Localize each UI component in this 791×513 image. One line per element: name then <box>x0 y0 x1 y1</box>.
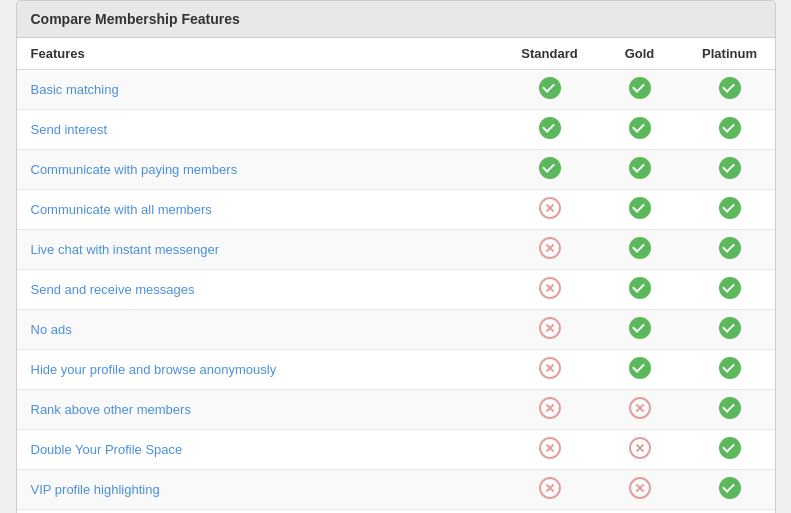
gold-cell <box>595 350 685 390</box>
platinum-cell <box>685 270 775 310</box>
cross-icon <box>629 437 651 459</box>
standard-cell <box>505 350 595 390</box>
feature-label: Double Your Profile Space <box>17 430 505 470</box>
feature-label: Exclusive search features <box>17 510 505 514</box>
standard-cell <box>505 230 595 270</box>
table-row: VIP profile highlighting <box>17 470 775 510</box>
check-icon <box>719 277 741 299</box>
feature-label: VIP profile highlighting <box>17 470 505 510</box>
table-row: Live chat with instant messenger <box>17 230 775 270</box>
feature-label: Communicate with paying members <box>17 150 505 190</box>
cross-icon <box>539 397 561 419</box>
table-header-row: Features Standard Gold Platinum <box>17 38 775 70</box>
feature-label: Hide your profile and browse anonymously <box>17 350 505 390</box>
platinum-cell <box>685 70 775 110</box>
check-icon <box>719 197 741 219</box>
feature-label: No ads <box>17 310 505 350</box>
platinum-cell <box>685 190 775 230</box>
feature-label: Send and receive messages <box>17 270 505 310</box>
gold-cell <box>595 310 685 350</box>
check-icon <box>629 117 651 139</box>
cross-icon <box>539 317 561 339</box>
table-row: Communicate with all members <box>17 190 775 230</box>
cross-icon <box>539 277 561 299</box>
feature-label: Rank above other members <box>17 390 505 430</box>
table-row: Send and receive messages <box>17 270 775 310</box>
platinum-cell <box>685 150 775 190</box>
platinum-cell <box>685 510 775 514</box>
check-icon <box>719 117 741 139</box>
check-icon <box>629 197 651 219</box>
check-icon <box>539 117 561 139</box>
gold-cell <box>595 510 685 514</box>
col-header-gold: Gold <box>595 38 685 70</box>
cross-icon <box>629 477 651 499</box>
platinum-cell <box>685 230 775 270</box>
table-row: Double Your Profile Space <box>17 430 775 470</box>
col-header-standard: Standard <box>505 38 595 70</box>
feature-label: Send interest <box>17 110 505 150</box>
check-icon <box>719 237 741 259</box>
gold-cell <box>595 230 685 270</box>
check-icon <box>719 437 741 459</box>
check-icon <box>629 277 651 299</box>
check-icon <box>629 357 651 379</box>
col-header-platinum: Platinum <box>685 38 775 70</box>
table-row: Basic matching <box>17 70 775 110</box>
check-icon <box>629 237 651 259</box>
standard-cell <box>505 270 595 310</box>
check-icon <box>719 317 741 339</box>
standard-cell <box>505 470 595 510</box>
check-icon <box>539 77 561 99</box>
platinum-cell <box>685 310 775 350</box>
gold-cell <box>595 270 685 310</box>
check-icon <box>629 317 651 339</box>
membership-comparison-table: Compare Membership Features Features Sta… <box>16 0 776 513</box>
cross-icon <box>539 197 561 219</box>
cross-icon <box>629 397 651 419</box>
platinum-cell <box>685 110 775 150</box>
platinum-cell <box>685 350 775 390</box>
standard-cell <box>505 190 595 230</box>
table-row: Send interest <box>17 110 775 150</box>
gold-cell <box>595 390 685 430</box>
gold-cell <box>595 110 685 150</box>
table-title: Compare Membership Features <box>17 1 775 38</box>
check-icon <box>719 157 741 179</box>
standard-cell <box>505 390 595 430</box>
standard-cell <box>505 310 595 350</box>
gold-cell <box>595 70 685 110</box>
cross-icon <box>539 437 561 459</box>
check-icon <box>539 157 561 179</box>
table-row: Rank above other members <box>17 390 775 430</box>
gold-cell <box>595 190 685 230</box>
standard-cell <box>505 70 595 110</box>
platinum-cell <box>685 470 775 510</box>
standard-cell <box>505 110 595 150</box>
standard-cell <box>505 150 595 190</box>
cross-icon <box>539 237 561 259</box>
check-icon <box>719 477 741 499</box>
col-header-features: Features <box>17 38 505 70</box>
check-icon <box>629 157 651 179</box>
table-row: Communicate with paying members <box>17 150 775 190</box>
cross-icon <box>539 477 561 499</box>
table-row: No ads <box>17 310 775 350</box>
feature-label: Basic matching <box>17 70 505 110</box>
table-row: Hide your profile and browse anonymously <box>17 350 775 390</box>
gold-cell <box>595 430 685 470</box>
check-icon <box>629 77 651 99</box>
platinum-cell <box>685 430 775 470</box>
gold-cell <box>595 150 685 190</box>
check-icon <box>719 77 741 99</box>
cross-icon <box>539 357 561 379</box>
check-icon <box>719 397 741 419</box>
standard-cell <box>505 510 595 514</box>
platinum-cell <box>685 390 775 430</box>
standard-cell <box>505 430 595 470</box>
gold-cell <box>595 470 685 510</box>
table-row: Exclusive search features <box>17 510 775 514</box>
feature-label: Communicate with all members <box>17 190 505 230</box>
feature-label: Live chat with instant messenger <box>17 230 505 270</box>
check-icon <box>719 357 741 379</box>
